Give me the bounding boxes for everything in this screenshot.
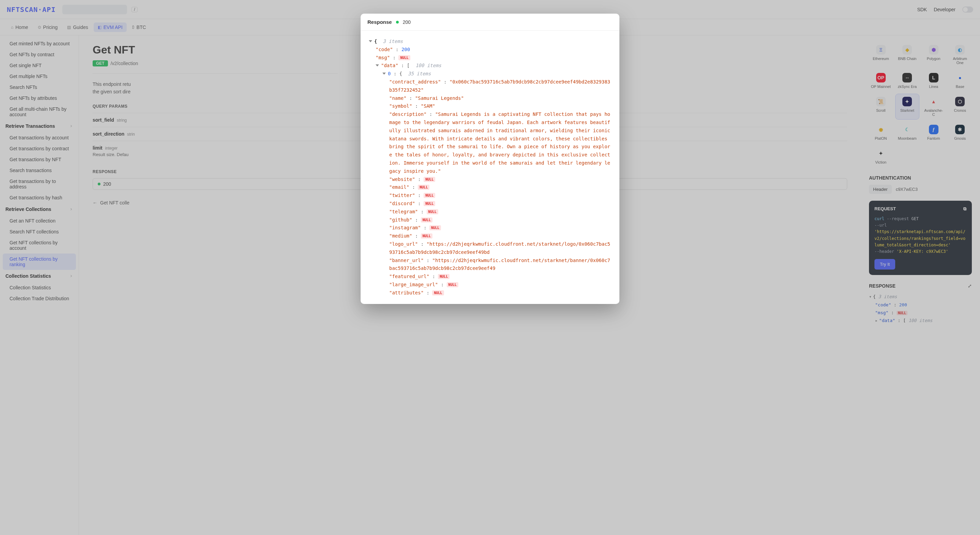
modal-title: Response bbox=[368, 19, 392, 25]
json-field: "website" : NULL bbox=[369, 176, 611, 184]
modal-status-code: 200 bbox=[403, 19, 410, 25]
json-field: "symbol" : "SAM" bbox=[369, 102, 611, 110]
json-field: "medium" : NULL bbox=[369, 232, 611, 240]
json-field: "name" : "Samurai Legends" bbox=[369, 94, 611, 102]
json-field: "banner_url" : "https://d2hjeqrkwmufic.c… bbox=[369, 257, 611, 273]
response-modal: Response 200 { 3 items "code" : 200 "msg… bbox=[361, 14, 619, 304]
json-field: "contract_address" : "0x060c7bac593716c5… bbox=[369, 78, 611, 94]
json-field: "large_image_url" : NULL bbox=[369, 281, 611, 289]
modal-body[interactable]: { 3 items "code" : 200 "msg" : NULL "dat… bbox=[361, 31, 619, 304]
json-field: "github" : NULL bbox=[369, 216, 611, 224]
modal-header: Response 200 bbox=[361, 14, 619, 31]
json-field: "email" : NULL bbox=[369, 183, 611, 192]
json-field: "featured_url" : NULL bbox=[369, 273, 611, 281]
json-field: "logo_url" : "https://d2hjeqrkwmufic.clo… bbox=[369, 240, 611, 257]
json-field: "discord" : NULL bbox=[369, 200, 611, 208]
json-field: "description" : "Samurai Legends is a ca… bbox=[369, 110, 611, 175]
status-dot-icon bbox=[396, 21, 399, 24]
json-field: "attributes" : NULL bbox=[369, 289, 611, 297]
json-field: "instagram" : NULL bbox=[369, 224, 611, 232]
json-field: "telegram" : NULL bbox=[369, 208, 611, 216]
json-field: "twitter" : NULL bbox=[369, 192, 611, 200]
